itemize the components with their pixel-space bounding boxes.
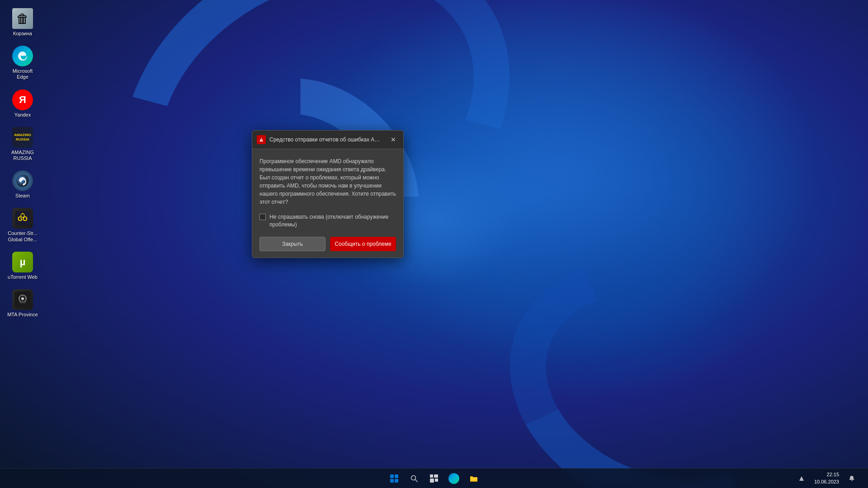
svg-rect-11 — [390, 474, 394, 478]
utorrent-icon: µ — [12, 252, 33, 272]
desktop-icon-csgo[interactable]: GO Counter-Str...Global Offe... — [3, 204, 42, 246]
amazing-russia-icon: AMAZINGRUSSIA — [12, 127, 33, 148]
amd-error-dialog: Средство отправки отчетов об ошибках AMD… — [252, 130, 404, 258]
taskbar-date: 10.06.2023 — [814, 479, 839, 485]
yandex-icon: Я — [12, 89, 33, 110]
svg-marker-21 — [799, 476, 804, 481]
taskbar-explorer-button[interactable] — [465, 469, 483, 488]
dialog-title: Средство отправки отчетов об ошибках AMD… — [269, 136, 384, 143]
recycle-bin-label: Корзина — [13, 31, 32, 37]
svg-point-7 — [21, 297, 24, 300]
recycle-bin-icon — [12, 8, 33, 29]
taskbar-edge-button[interactable] — [445, 469, 463, 488]
taskbar-search-button[interactable] — [405, 469, 423, 488]
svg-point-0 — [16, 174, 29, 187]
svg-rect-9 — [261, 140, 261, 141]
svg-rect-13 — [390, 479, 394, 483]
taskbar: 22:15 10.06.2023 — [0, 468, 868, 488]
svg-line-16 — [415, 479, 418, 482]
taskbar-notification-center[interactable] — [843, 469, 861, 488]
taskbar-time: 22:15 — [814, 471, 839, 478]
amazing-russia-label: AMAZINGRUSSIA — [11, 150, 34, 161]
taskbar-start-button[interactable] — [385, 469, 403, 488]
desktop-icon-yandex[interactable]: Я Yandex — [3, 86, 42, 122]
dont-ask-again-checkbox[interactable] — [259, 214, 266, 220]
taskbar-system-tray[interactable] — [793, 469, 811, 488]
taskbar-right-area: 22:15 10.06.2023 — [793, 469, 861, 488]
svg-rect-14 — [395, 479, 398, 483]
desktop-icon-mta-province[interactable]: MTA Province — [3, 286, 42, 321]
dont-ask-again-label[interactable]: Не спрашивать снова (отключает обнаружен… — [269, 213, 396, 229]
edge-label: Microsoft Edge — [7, 68, 38, 80]
utorrent-label: uTorrent Web — [8, 274, 38, 280]
dialog-buttons: Закрыть Сообщить о проблеме — [259, 237, 396, 251]
close-dialog-button[interactable]: Закрыть — [259, 237, 326, 251]
taskbar-clock[interactable]: 22:15 10.06.2023 — [814, 471, 839, 485]
yandex-label: Yandex — [14, 112, 31, 118]
svg-rect-17 — [430, 474, 433, 478]
svg-rect-10 — [261, 139, 261, 140]
taskbar-task-view-button[interactable] — [425, 469, 443, 488]
desktop-icon-recycle-bin[interactable]: Корзина — [3, 5, 42, 40]
svg-rect-12 — [395, 474, 398, 478]
desktop-icon-area: Корзина Microsoft Edge Я Yandex AMAZINGR… — [0, 0, 45, 488]
dialog-message: Программное обеспечение AMD обнаружило п… — [259, 157, 396, 206]
mta-province-label: MTA Province — [7, 312, 38, 318]
desktop-icon-amazing-russia[interactable]: AMAZINGRUSSIA AMAZINGRUSSIA — [3, 123, 42, 165]
report-problem-button[interactable]: Сообщить о проблеме — [330, 237, 396, 251]
taskbar-center — [385, 469, 483, 488]
dialog-close-button[interactable]: ✕ — [388, 134, 399, 145]
csgo-icon: GO — [12, 208, 33, 229]
steam-icon — [12, 170, 33, 191]
dialog-checkbox-row: Не спрашивать снова (отключает обнаружен… — [259, 213, 396, 229]
mta-icon — [12, 289, 33, 310]
svg-rect-19 — [430, 479, 434, 483]
svg-rect-18 — [434, 474, 438, 478]
edge-icon — [12, 46, 33, 66]
dialog-body: Программное обеспечение AMD обнаружило п… — [252, 149, 403, 258]
csgo-label: Counter-Str...Global Offe... — [8, 230, 37, 242]
desktop-icon-edge[interactable]: Microsoft Edge — [3, 42, 42, 84]
steam-label: Steam — [15, 193, 30, 199]
desktop-icon-steam[interactable]: Steam — [3, 167, 42, 202]
dialog-titlebar: Средство отправки отчетов об ошибках AMD… — [252, 131, 403, 149]
desktop-wallpaper — [0, 0, 868, 488]
desktop-icon-utorrent[interactable]: µ uTorrent Web — [3, 248, 42, 284]
amd-icon — [257, 135, 266, 144]
svg-rect-20 — [435, 479, 438, 482]
svg-text:GO: GO — [18, 215, 28, 222]
